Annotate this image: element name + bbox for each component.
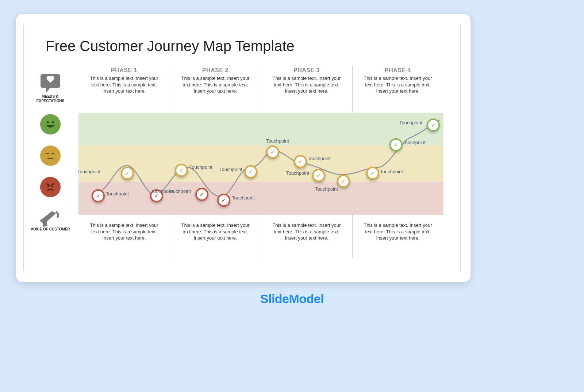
heart-speech-icon — [38, 73, 63, 94]
svg-point-2 — [47, 121, 49, 123]
phase-column: PHASE 4 This is a sample text. Insert yo… — [352, 67, 443, 94]
touchpoint-dot: ✓ — [312, 169, 325, 182]
svg-rect-10 — [42, 221, 47, 227]
voice-column: This is a sample text. Insert your text … — [261, 222, 352, 241]
touchpoint-label: Touchpoint — [189, 164, 212, 170]
phase-needs-text: This is a sample text. Insert your text … — [170, 75, 261, 94]
slide-card: Free Customer Journey Map Template NEEDS… — [16, 14, 470, 282]
touchpoint-dot: ✓ — [175, 164, 188, 177]
check-icon: ✓ — [222, 197, 226, 203]
voice-column: This is a sample text. Insert your text … — [170, 222, 261, 241]
touchpoint-label: Touchpoint — [315, 186, 338, 192]
touchpoint-dot: ✓ — [121, 167, 134, 180]
touchpoint-dot: ✓ — [294, 155, 307, 168]
touchpoint-dot: ✓ — [217, 194, 230, 207]
row-label-text: NEEDS & EXPECTATIONS — [30, 94, 70, 103]
touchpoint-label: Touchpoint — [219, 167, 241, 172]
row-label-column: NEEDS & EXPECTATIONS V — [30, 73, 70, 232]
touchpoint-dot: ✓ — [266, 145, 279, 159]
row-label-text: VOICE OF CUSTOMER — [31, 227, 70, 232]
check-icon: ✓ — [125, 170, 130, 176]
neutral-band — [78, 145, 443, 182]
check-icon: ✓ — [370, 170, 375, 176]
voice-text: This is a sample text. Insert your text … — [261, 222, 352, 241]
phase-needs-text: This is a sample text. Insert your text … — [78, 75, 170, 94]
check-icon: ✓ — [341, 178, 346, 184]
touchpoint-dot: ✓ — [389, 138, 403, 151]
emotion-bands — [78, 113, 443, 215]
svg-marker-9 — [40, 211, 56, 224]
phase-name: PHASE 2 — [170, 67, 261, 74]
check-icon: ✓ — [200, 191, 204, 197]
touchpoint-label: Touchpoint — [75, 169, 100, 174]
svg-rect-6 — [47, 158, 53, 159]
touchpoint-dot: ✓ — [244, 165, 257, 178]
svg-rect-5 — [51, 153, 54, 154]
negative-band — [78, 182, 443, 215]
touchpoint-dot: ✓ — [337, 175, 350, 188]
check-icon: ✓ — [179, 167, 184, 173]
touchpoint-label: Touchpoint — [308, 156, 331, 161]
touchpoint-label: Touchpoint — [280, 170, 309, 176]
voice-of-customer-label: VOICE OF CUSTOMER — [30, 208, 70, 232]
touchpoint-dot: ✓ — [427, 119, 440, 132]
voice-column: This is a sample text. Insert your text … — [78, 222, 170, 241]
touchpoint-label: Touchpoint — [106, 191, 129, 197]
phase-needs-text: This is a sample text. Insert your text … — [261, 75, 352, 94]
needs-expectations-label: NEEDS & EXPECTATIONS — [30, 73, 70, 103]
check-icon: ✓ — [96, 193, 100, 199]
megaphone-icon — [38, 208, 63, 227]
svg-point-7 — [47, 186, 49, 187]
voice-text: This is a sample text. Insert your text … — [78, 222, 170, 241]
voice-text: This is a sample text. Insert your text … — [170, 222, 261, 241]
svg-point-3 — [52, 121, 54, 123]
touchpoint-label: Touchpoint — [232, 195, 255, 201]
touchpoint-label: Touchpoint — [393, 120, 422, 125]
phase-name: PHASE 1 — [78, 67, 170, 74]
check-icon: ✓ — [394, 142, 398, 148]
phase-name: PHASE 3 — [261, 67, 352, 74]
check-icon: ✓ — [298, 159, 303, 164]
phase-column: PHASE 3 This is a sample text. Insert yo… — [261, 67, 352, 94]
voice-column: This is a sample text. Insert your text … — [352, 222, 443, 241]
brand-logo-text: SlideModel — [0, 292, 584, 306]
slide-title: Free Customer Journey Map Template — [46, 38, 295, 54]
touchpoint-label: Touchpoint — [162, 189, 191, 194]
voice-text: This is a sample text. Insert your text … — [352, 222, 443, 241]
phase-column: PHASE 2 This is a sample text. Insert yo… — [170, 67, 261, 94]
slide-canvas: Free Customer Journey Map Template NEEDS… — [23, 25, 461, 271]
touchpoint-dot: ✓ — [366, 167, 379, 180]
touchpoint-dot: ✓ — [195, 188, 208, 201]
check-icon: ✓ — [270, 149, 275, 155]
svg-marker-1 — [46, 87, 51, 92]
svg-point-8 — [52, 186, 54, 187]
touchpoint-label: Touchpoint — [380, 169, 403, 174]
phase-name: PHASE 4 — [352, 67, 443, 74]
phase-needs-text: This is a sample text. Insert your text … — [352, 75, 443, 94]
positive-band — [78, 113, 443, 145]
check-icon: ✓ — [431, 122, 435, 128]
happy-face-icon — [40, 114, 61, 135]
check-icon: ✓ — [316, 172, 321, 178]
svg-rect-4 — [46, 153, 49, 154]
touchpoint-dot: ✓ — [92, 189, 105, 202]
angry-face-icon — [40, 177, 61, 197]
touchpoint-label: Touchpoint — [266, 138, 289, 144]
check-icon: ✓ — [249, 169, 253, 175]
phase-column: PHASE 1 This is a sample text. Insert yo… — [78, 67, 170, 94]
touchpoint-label: Touchpoint — [403, 140, 426, 145]
neutral-face-icon — [40, 145, 61, 166]
